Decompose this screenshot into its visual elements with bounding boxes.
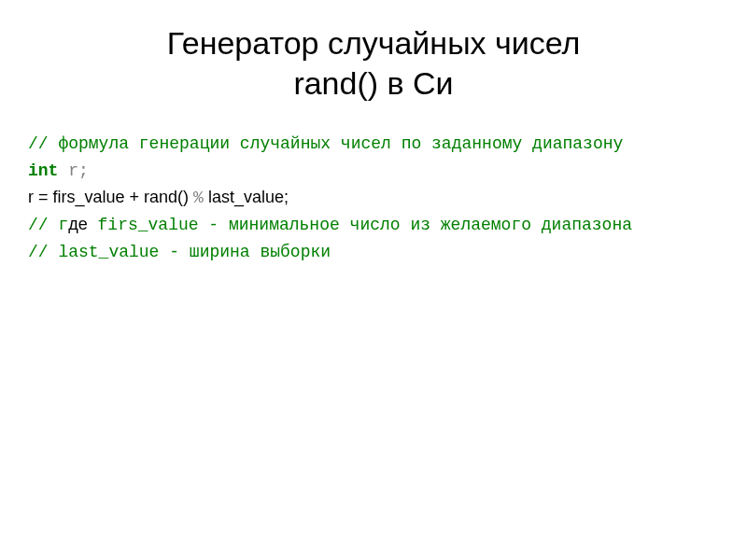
comment2-b: де xyxy=(68,215,88,233)
code-declaration: int r; xyxy=(28,158,719,185)
code-formula: r = firs_value + rand() % last_value; xyxy=(28,185,719,212)
title-line-2: rand() в Си xyxy=(293,65,453,101)
comment-text: // формула генерации случайных чисел по … xyxy=(28,134,623,153)
comment2-c: firs_value - минимальное число из желаем… xyxy=(88,216,632,234)
code-comment-3: // last_value - ширина выборки xyxy=(28,239,719,266)
comment3-text: // last_value - ширина выборки xyxy=(28,243,331,261)
formula-prefix: r = firs_value + rand() xyxy=(28,188,193,206)
code-block: // формула генерации случайных чисел по … xyxy=(28,131,719,265)
code-comment-2: // где firs_value - минимальное число из… xyxy=(28,212,719,239)
slide: Генератор случайных чисел rand() в Си //… xyxy=(0,0,747,560)
keyword-int: int xyxy=(28,161,58,180)
comment2-a: // г xyxy=(28,216,68,234)
formula-suffix: last_value; xyxy=(204,188,289,206)
semicolon: ; xyxy=(78,161,89,180)
slide-title: Генератор случайных чисел rand() в Си xyxy=(28,23,719,103)
var-r: r xyxy=(58,161,78,180)
percent-sign: % xyxy=(193,189,204,207)
title-line-1: Генератор случайных чисел xyxy=(167,25,581,61)
code-comment-1: // формула генерации случайных чисел по … xyxy=(28,131,719,158)
